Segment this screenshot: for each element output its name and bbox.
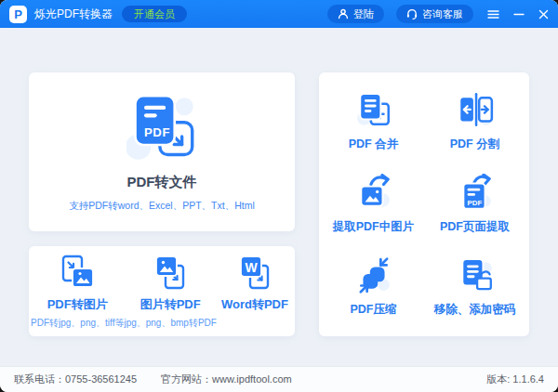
svg-text:W: W <box>245 260 258 275</box>
pdf-to-file-title: PDF转文件 <box>127 174 197 191</box>
login-label: 登陆 <box>353 7 374 21</box>
main-content: PDF PDF转文件 支持PDF转word、Excel、PPT、Txt、Html <box>0 28 558 366</box>
word-to-pdf-tool[interactable]: W Word转PDF <box>217 255 293 328</box>
pdf-merge-icon <box>354 91 393 130</box>
pdf-compress-icon <box>354 256 393 295</box>
pdf-to-file-card[interactable]: PDF PDF转文件 支持PDF转word、Excel、PPT、Txt、Html <box>29 72 295 231</box>
footer-bar: 联系电话：0755-36561245 官方网站：www.ipdftool.com… <box>0 366 558 392</box>
left-column: PDF PDF转文件 支持PDF转word、Excel、PPT、Txt、Html <box>29 72 295 336</box>
pdf-compress-tool[interactable]: PDF压缩 <box>323 246 424 329</box>
minimize-icon[interactable] <box>513 0 525 28</box>
customer-service-label: 咨询客服 <box>422 7 463 21</box>
close-icon[interactable] <box>538 0 549 28</box>
word-to-pdf-icon: W <box>236 255 273 292</box>
tool-label: PDF转图片 <box>47 296 108 313</box>
svg-text:PDF: PDF <box>467 199 482 207</box>
app-window: P 烁光PDF转换器 开通会员 登陆 咨询客服 <box>0 0 558 392</box>
version-label: 版本: 1.1.6.4 <box>486 372 544 386</box>
tool-label: PDF压缩 <box>351 302 397 318</box>
tool-label: PDF 合并 <box>349 137 398 152</box>
user-icon <box>338 8 349 20</box>
pdf-to-file-subtitle: 支持PDF转word、Excel、PPT、Txt、Html <box>69 200 255 213</box>
app-logo-icon: P <box>9 6 27 23</box>
pdf-merge-tool[interactable]: PDF 合并 <box>323 80 424 163</box>
titlebar: P 烁光PDF转换器 开通会员 登陆 咨询客服 <box>0 0 558 28</box>
pdf-to-image-tool[interactable]: PDF转图片 PDF转jpg、png、tiff等 <box>31 255 124 328</box>
contact-phone: 联系电话：0755-36561245 <box>14 372 137 386</box>
password-icon <box>456 256 495 295</box>
extract-pdf-images-icon <box>354 174 393 213</box>
tool-label: 提取PDF中图片 <box>333 219 415 235</box>
tool-label: 移除、添加密码 <box>434 302 516 318</box>
converters-card: PDF转图片 PDF转jpg、png、tiff等 图片转PDF jpg、 <box>29 246 295 336</box>
headset-icon <box>406 8 418 20</box>
right-tools-card: PDF 合并 PDF 分割 <box>319 72 529 336</box>
image-to-pdf-icon <box>152 255 189 292</box>
tool-label: 图片转PDF <box>140 296 201 313</box>
pdf-to-image-icon <box>59 255 96 292</box>
pdf-page-extract-tool[interactable]: PDF PDF页面提取 <box>424 163 525 245</box>
tool-sublabel: jpg、png、bmp转PDF <box>124 317 216 328</box>
image-to-pdf-tool[interactable]: 图片转PDF jpg、png、bmp转PDF <box>124 255 216 328</box>
tool-label: Word转PDF <box>221 296 288 313</box>
extract-pdf-images-tool[interactable]: 提取PDF中图片 <box>323 163 424 245</box>
vip-badge-button[interactable]: 开通会员 <box>122 6 187 22</box>
svg-text:PDF: PDF <box>144 124 170 138</box>
pdf-split-icon <box>456 91 495 130</box>
pdf-split-tool[interactable]: PDF 分割 <box>424 80 525 163</box>
login-button[interactable]: 登陆 <box>327 5 384 23</box>
menu-icon[interactable] <box>487 0 499 28</box>
pdf-to-file-icon: PDF <box>126 92 197 163</box>
app-title: 烁光PDF转换器 <box>34 7 113 22</box>
customer-service-button[interactable]: 咨询客服 <box>396 5 473 23</box>
tool-sublabel: PDF转jpg、png、tiff等 <box>31 317 124 328</box>
official-website: 官方网站：www.ipdftool.com <box>161 372 292 386</box>
pdf-page-extract-icon: PDF <box>456 174 495 213</box>
password-tool[interactable]: 移除、添加密码 <box>424 246 525 329</box>
tool-label: PDF页面提取 <box>440 219 510 235</box>
titlebar-actions: 登陆 咨询客服 <box>315 0 549 28</box>
tool-label: PDF 分割 <box>450 137 499 152</box>
